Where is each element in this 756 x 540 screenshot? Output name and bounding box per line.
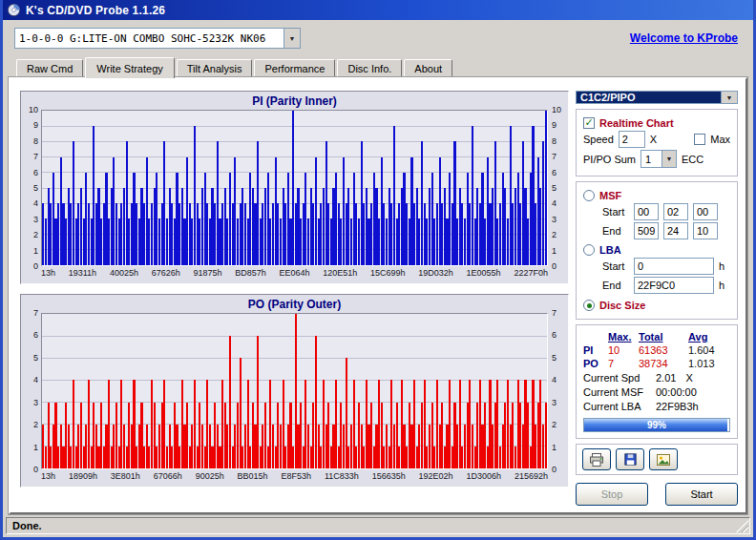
tab-disc-info[interactable]: Disc Info. [337,59,402,77]
mode-select[interactable]: C1C2/PIPO ▼ [576,91,738,104]
pi-chart-plot [41,110,548,266]
max-label: Max [710,134,730,145]
speed-label: Speed [583,134,614,145]
lba-end-label: End [602,280,629,291]
stats-pi-avg: 1.604 [688,344,728,356]
current-msf-value: 00:00:00 [656,386,697,398]
lba-start-unit: h [719,260,724,272]
tab-page-write-strategy: PI (Parity Inner) 012345678910 012345678… [9,77,747,514]
app-window: K's CD/DVD Probe 1.1.26 1-0-0-0 G:LITE-O… [0,0,756,540]
print-button[interactable] [582,448,611,470]
status-text: Done. [12,520,42,531]
current-msf-label: Current MSF [583,386,656,398]
stats-header-avg: Avg [688,331,728,343]
drive-select[interactable]: 1-0-0-0 G:LITE-ON COMBO SOHC-5232K NK06 … [14,28,301,49]
progress-text: 99% [584,419,729,431]
pipo-sum-select[interactable]: 1 ▼ [640,150,677,168]
run-controls: Stop Start [576,483,738,506]
current-spd-value: 2.01 [656,372,676,384]
ecc-label: ECC [682,154,704,165]
msf-start-input[interactable] [634,203,659,220]
po-chart-yaxis-right: 01234567 [548,313,562,469]
welcome-link[interactable]: Welcome to KProbe [630,31,738,45]
current-spd-label: Current Spd [583,372,656,384]
msf-end-input[interactable] [663,222,688,239]
lba-label: LBA [599,244,621,256]
msf-label: MSF [599,190,621,201]
title-bar: K's CD/DVD Probe 1.1.26 [3,0,753,20]
msf-end-label: End [602,225,629,237]
chevron-down-icon[interactable]: ▼ [662,151,676,167]
resize-grip[interactable] [736,520,748,532]
current-lba-label: Current LBA [583,401,656,412]
mode-select-value: C1C2/PIPO [577,92,721,103]
po-chart-xaxis: 13h18909h3E801h67066h90025hBB015hE8F53h1… [41,471,548,484]
chevron-down-icon[interactable]: ▼ [284,29,300,48]
po-chart-plot [41,313,548,469]
msf-radio[interactable] [583,190,595,201]
pipo-sum-value: 1 [641,151,662,167]
speed-input[interactable] [619,131,645,148]
lba-start-label: Start [602,260,629,272]
tab-bar: Raw Cmd Write Strategy Tilt Analysis Per… [3,56,753,77]
stats-header-total: Total [639,331,688,343]
radio-dot [587,303,592,308]
lba-end-unit: h [719,280,724,291]
pi-chart-xaxis: 13h19311h40025h67626h91875hBD857hEE064h1… [41,268,548,280]
realtime-chart-label: Realtime Chart [599,117,674,129]
po-chart: PO (Parity Outer) 01234567 01234567 13h1… [20,294,569,488]
stats-pi-total: 61363 [639,344,688,356]
chevron-down-icon[interactable]: ▼ [721,92,737,103]
tab-about[interactable]: About [404,59,452,77]
status-bar: Done. [3,514,753,537]
save-icon [623,452,638,467]
stats-pi-max: 10 [608,344,639,356]
stats-po-max: 7 [608,358,639,369]
charts-column: PI (Parity Inner) 012345678910 012345678… [20,91,569,503]
export-image-button[interactable] [649,448,678,470]
app-icon [7,3,21,17]
pipo-sum-label: PI/PO Sum [583,154,636,165]
tab-performance[interactable]: Performance [254,59,335,77]
toolbar: 1-0-0-0 G:LITE-ON COMBO SOHC-5232K NK06 … [3,20,753,56]
export-toolbar [576,444,738,475]
tab-write-strategy[interactable]: Write Strategy [85,57,175,78]
stats-header-max: Max. [608,331,639,343]
lba-end-input[interactable] [634,277,714,294]
po-chart-yaxis-left: 01234567 [27,313,41,469]
msf-end-input[interactable] [634,222,659,239]
stats-po-total: 38734 [639,358,688,369]
current-lba-value: 22F9B3h [656,401,699,412]
tab-raw-cmd[interactable]: Raw Cmd [16,59,83,77]
save-button[interactable] [616,448,644,470]
stats-pi-label: PI [583,344,608,356]
lba-radio[interactable] [583,244,595,256]
current-spd-unit: X [685,372,692,384]
stats-panel: Max. Total Avg PI 10 61363 1.604 PO 7 38… [576,324,738,439]
lba-start-input[interactable] [634,258,714,275]
progress-bar: 99% [583,418,730,432]
realtime-chart-checkbox[interactable]: ✓ [583,117,595,129]
printer-icon [589,452,604,467]
control-sidebar: C1C2/PIPO ▼ ✓ Realtime Chart Speed X Max… [576,91,738,503]
msf-start-input[interactable] [693,203,718,220]
stats-po-label: PO [583,358,608,369]
max-speed-checkbox[interactable] [694,134,705,145]
tab-tilt-analysis[interactable]: Tilt Analysis [177,59,253,77]
stop-button[interactable]: Stop [576,483,648,506]
drive-select-value: 1-0-0-0 G:LITE-ON COMBO SOHC-5232K NK06 [15,29,284,48]
pi-chart: PI (Parity Inner) 012345678910 012345678… [20,91,569,284]
speed-unit-label: X [650,134,657,145]
msf-end-input[interactable] [693,222,718,239]
disc-size-label: Disc Size [599,300,645,311]
window-title: K's CD/DVD Probe 1.1.26 [26,4,165,17]
pi-chart-yaxis-right: 012345678910 [548,110,562,266]
range-group: MSF Start End LBA [576,181,738,320]
disc-size-radio[interactable] [583,300,595,311]
msf-start-label: Start [602,206,629,218]
stats-po-avg: 1.013 [688,358,728,369]
msf-start-input[interactable] [663,203,688,220]
pi-chart-title: PI (Parity Inner) [27,93,562,110]
start-button[interactable]: Start [665,483,738,506]
check-icon: ✓ [584,117,593,128]
